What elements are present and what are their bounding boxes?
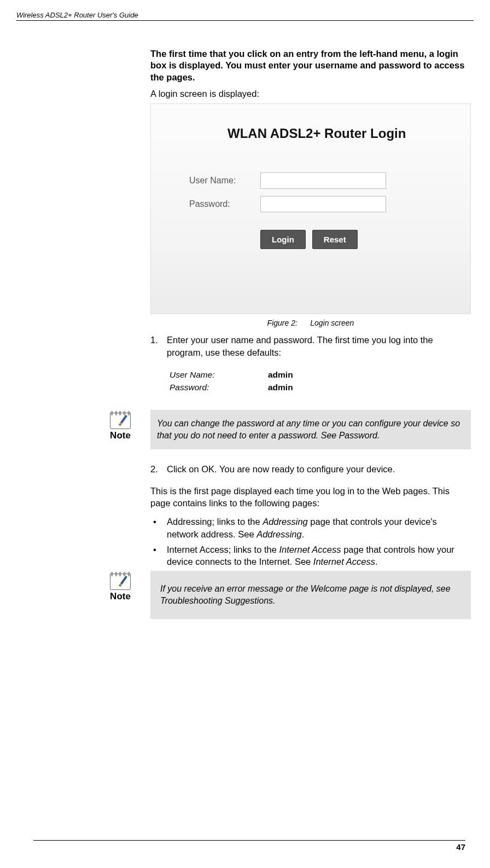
login-button[interactable]: Login bbox=[260, 230, 306, 249]
b2-em1: Internet Access bbox=[279, 545, 341, 554]
notepad-icon bbox=[110, 571, 131, 590]
username-row: User Name: bbox=[189, 172, 386, 189]
step-1-num: 1. bbox=[150, 334, 167, 358]
password-row: Password: bbox=[189, 196, 386, 212]
page-number: 47 bbox=[33, 840, 465, 852]
cred-username-label: User Name: bbox=[170, 368, 268, 381]
bullet-2-text: Internet Access; links to the Internet A… bbox=[167, 543, 471, 568]
b1-em2: Addressing bbox=[256, 529, 302, 539]
intro-text: A login screen is displayed: bbox=[150, 89, 471, 99]
bullet-1-text: Addressing; links to the Addressing page… bbox=[167, 516, 471, 540]
figure-text: Login screen bbox=[310, 319, 354, 327]
note-2-icon-cell: Note bbox=[90, 571, 150, 602]
bullet-1: • Addressing; links to the Addressing pa… bbox=[150, 516, 471, 540]
bullet-2: • Internet Access; links to the Internet… bbox=[150, 543, 471, 568]
b2-pre: Internet Access; links to the bbox=[167, 545, 279, 554]
cred-password-value: admin bbox=[268, 381, 293, 394]
password-input[interactable] bbox=[260, 196, 386, 212]
bullet-mark: • bbox=[150, 543, 167, 568]
page-header: Wireless ADSL2+ Router User's Guide bbox=[16, 11, 474, 21]
note-1: Note You can change the password at any … bbox=[90, 410, 471, 449]
cred-password-row: Password: admin bbox=[170, 381, 471, 394]
b1-post: . bbox=[302, 529, 305, 539]
step-list: 1. Enter your user name and password. Th… bbox=[150, 334, 471, 358]
step-list-2: 2. Click on OK. You are now ready to con… bbox=[150, 463, 471, 475]
login-screenshot: WLAN ADSL2+ Router Login User Name: Pass… bbox=[150, 103, 471, 314]
b1-em1: Addressing bbox=[262, 517, 308, 526]
b2-em2: Internet Access bbox=[313, 557, 375, 566]
login-form: User Name: Password: bbox=[189, 172, 386, 219]
step-1: 1. Enter your user name and password. Th… bbox=[150, 334, 471, 358]
step-2-num: 2. bbox=[150, 463, 167, 475]
b1-pre: Addressing; links to the bbox=[167, 517, 262, 526]
notepad-icon bbox=[110, 410, 131, 429]
cred-password-label: Password: bbox=[170, 381, 268, 394]
bullet-mark: • bbox=[150, 516, 167, 540]
figure-caption: Figure 2: Login screen bbox=[150, 319, 471, 327]
username-label: User Name: bbox=[189, 176, 260, 186]
note-2: Note If you receive an error message or … bbox=[90, 571, 471, 618]
step-2-body: Click on OK. You are now ready to config… bbox=[167, 463, 471, 475]
note-1-label: Note bbox=[90, 430, 150, 441]
intro-bold: The first time that you click on an entr… bbox=[150, 48, 471, 83]
figure-prefix: Figure 2: bbox=[267, 319, 298, 327]
password-label: Password: bbox=[189, 199, 260, 209]
reset-button[interactable]: Reset bbox=[312, 230, 358, 249]
note-1-box: You can change the password at any time … bbox=[150, 410, 471, 449]
login-title: WLAN ADSL2+ Router Login bbox=[228, 126, 406, 141]
note-1-icon-cell: Note bbox=[90, 410, 150, 441]
login-buttons: Login Reset bbox=[260, 230, 358, 249]
cred-username-value: admin bbox=[268, 368, 293, 381]
credentials-table: User Name: admin Password: admin bbox=[170, 368, 471, 394]
note-2-box: If you receive an error message or the W… bbox=[150, 571, 471, 618]
step-1-body: Enter your user name and password. The f… bbox=[167, 334, 471, 358]
note-2-label: Note bbox=[90, 591, 150, 602]
bullet-list: • Addressing; links to the Addressing pa… bbox=[150, 516, 471, 568]
b2-post: . bbox=[375, 557, 378, 566]
username-input[interactable] bbox=[260, 172, 386, 189]
cred-username-row: User Name: admin bbox=[170, 368, 471, 381]
welcome-para: This is the first page displayed each ti… bbox=[150, 485, 471, 510]
step-2: 2. Click on OK. You are now ready to con… bbox=[150, 463, 471, 475]
content: The first time that you click on an entr… bbox=[150, 48, 471, 619]
